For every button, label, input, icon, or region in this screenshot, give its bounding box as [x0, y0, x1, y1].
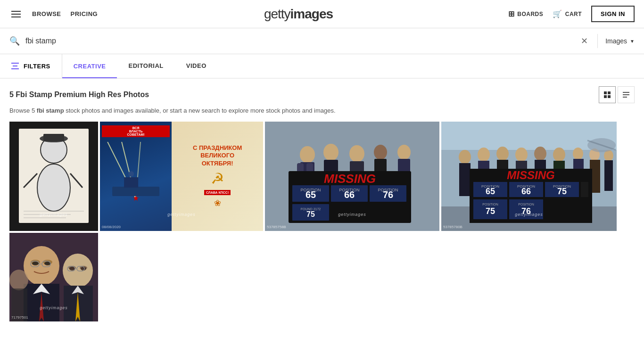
hamburger-line — [11, 11, 21, 12]
search-type-label: Images — [605, 37, 627, 45]
svg-point-50 — [478, 148, 490, 162]
results-header: 5 Fbi Stamp Premium High Res Photos — [9, 86, 635, 103]
svg-point-87 — [24, 246, 59, 286]
search-type-selector[interactable]: Images ▼ — [605, 37, 635, 45]
filters-button[interactable]: FILTERS — [0, 54, 62, 78]
filter-bar: FILTERS CREATIVE EDITORIAL VIDEO — [0, 54, 644, 79]
search-divider — [597, 34, 598, 48]
svg-point-102 — [81, 267, 86, 271]
cart-label: CART — [565, 11, 582, 17]
header-left: BROWSE PRICING — [9, 9, 104, 19]
logo-bold: images — [290, 7, 333, 21]
svg-point-48 — [459, 150, 471, 164]
sign-in-button[interactable]: SIGN IN — [591, 6, 635, 22]
filter-tabs: CREATIVE EDITORIAL VIDEO — [62, 54, 218, 78]
svg-rect-71 — [581, 182, 588, 197]
svg-rect-15 — [124, 177, 138, 188]
svg-text:65: 65 — [486, 187, 495, 196]
svg-text:76: 76 — [383, 189, 393, 200]
image-id-3: 53785758B — [267, 225, 286, 229]
svg-point-60 — [573, 148, 583, 160]
image-card-5[interactable]: gettyimages 71797501 — [9, 233, 98, 321]
svg-point-29 — [397, 145, 411, 160]
subtitle-suffix: stock photos and images available, or st… — [64, 107, 336, 114]
svg-rect-49 — [459, 163, 471, 196]
svg-text:MISSING: MISSING — [324, 172, 376, 186]
svg-text:75: 75 — [306, 210, 315, 218]
results-subtitle: Browse 5 fbi stamp stock photos and imag… — [9, 107, 635, 114]
filter-tab-editorial[interactable]: EDITORIAL — [117, 54, 174, 78]
list-view-button[interactable] — [618, 86, 635, 103]
clear-search-icon[interactable]: ✕ — [581, 36, 588, 46]
filters-label: FILTERS — [24, 63, 50, 70]
svg-point-109 — [9, 270, 28, 290]
subtitle-keyword: fbi stamp — [37, 107, 64, 114]
boards-link[interactable]: ⊞ BOARDS — [508, 9, 544, 18]
image-card-2[interactable]: ВСЯВЛАСТЬСОВЕТАМ! ★ — [100, 122, 263, 231]
search-input[interactable] — [25, 37, 581, 45]
watermark-3: gettyimages — [338, 212, 366, 217]
cart-link[interactable]: 🛒 CART — [553, 9, 582, 18]
view-toggle — [599, 86, 635, 103]
boards-icon: ⊞ — [508, 9, 515, 18]
nav-browse[interactable]: BROWSE — [32, 10, 61, 17]
logo[interactable]: gettyimages — [104, 7, 493, 22]
svg-point-3 — [37, 164, 70, 211]
watermark-2: gettyimages — [167, 212, 196, 217]
svg-point-23 — [323, 144, 339, 161]
subtitle-prefix: Browse 5 — [9, 107, 37, 114]
filter-tab-video[interactable]: VIDEO — [175, 54, 218, 78]
svg-point-19 — [300, 146, 315, 163]
results-title: 5 Fbi Stamp Premium High Res Photos — [9, 90, 149, 99]
image-card-4[interactable]: MISSING POSITION 65 POSITION 66 POSITION… — [441, 122, 617, 231]
filter-tab-creative[interactable]: CREATIVE — [62, 55, 117, 78]
nav-pricing[interactable]: PRICING — [71, 10, 98, 17]
svg-text:POSITION: POSITION — [518, 203, 534, 206]
results-area: 5 Fbi Stamp Premium High Res Photos Bro — [0, 79, 644, 329]
svg-point-16 — [128, 171, 134, 177]
cart-icon: 🛒 — [553, 9, 562, 18]
svg-point-58 — [553, 148, 565, 162]
svg-text:MISSING: MISSING — [507, 169, 554, 181]
boards-label: BOARDS — [517, 11, 543, 17]
list-view-icon — [623, 92, 629, 98]
svg-text:75: 75 — [557, 187, 567, 196]
svg-point-25 — [349, 145, 364, 162]
search-bar: 🔍 ✕ Images ▼ — [0, 28, 644, 54]
grid-view-button[interactable] — [599, 86, 616, 103]
svg-point-90 — [32, 262, 39, 265]
main-nav: BROWSE PRICING — [32, 10, 98, 17]
watermark-5: gettyimages — [40, 305, 68, 310]
hamburger-line — [11, 16, 21, 17]
date-2: 08/08/2020 — [102, 225, 121, 229]
watermark-4: gettyimages — [515, 212, 543, 217]
image-grid: gettyimages ВСЯВЛАСТЬСОВЕТАМ! — [9, 122, 635, 321]
header: BROWSE PRICING gettyimages ⊞ BOARDS 🛒 CA… — [0, 0, 644, 28]
filter-icon — [11, 63, 19, 69]
svg-text:66: 66 — [521, 187, 531, 196]
svg-rect-65 — [604, 160, 613, 191]
image-id-5: 71797501 — [11, 315, 28, 320]
svg-point-54 — [515, 148, 528, 162]
svg-text:66: 66 — [344, 189, 355, 200]
svg-text:75: 75 — [486, 206, 495, 216]
header-right: ⊞ BOARDS 🛒 CART SIGN IN — [493, 6, 635, 22]
svg-text:65: 65 — [305, 189, 316, 200]
svg-point-56 — [534, 147, 546, 161]
hamburger-menu[interactable] — [9, 9, 23, 19]
image-card-3[interactable]: MISSING POSITION 65 POSITION 66 POSITION… — [265, 122, 439, 231]
svg-point-27 — [374, 145, 387, 160]
hamburger-line — [11, 14, 21, 15]
svg-rect-5 — [43, 134, 64, 141]
search-icon: 🔍 — [9, 36, 20, 46]
image-card-1[interactable]: gettyimages — [9, 122, 98, 231]
logo-light: getty — [264, 7, 290, 21]
svg-text:POSITION: POSITION — [482, 203, 498, 206]
svg-point-52 — [496, 147, 509, 161]
image-id-4: 53785780B — [443, 225, 462, 229]
chevron-down-icon: ▼ — [630, 39, 635, 44]
watermark-1: gettyimages — [40, 212, 68, 217]
grid-view-icon — [604, 91, 611, 98]
